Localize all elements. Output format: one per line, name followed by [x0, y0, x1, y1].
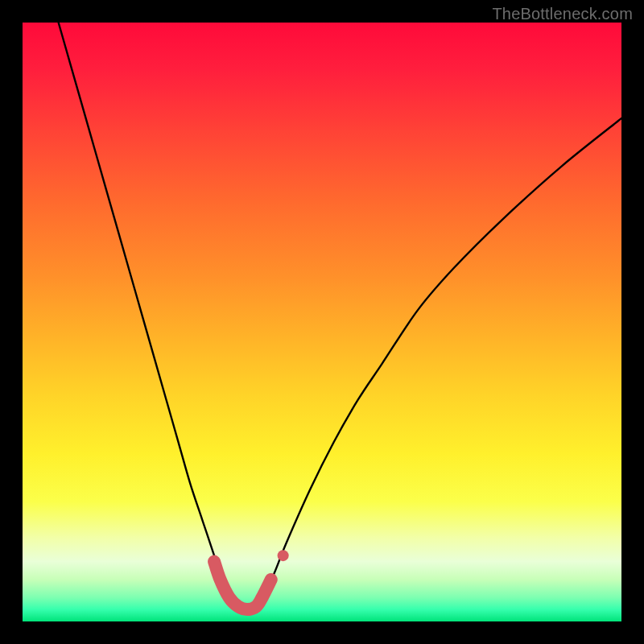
optimal-range-highlight: [214, 562, 271, 610]
bottleneck-curve: [59, 23, 621, 611]
curve-svg: [23, 23, 621, 621]
chart-frame: TheBottleneck.com: [0, 0, 644, 644]
plot-area: [23, 23, 621, 621]
watermark-text: TheBottleneck.com: [492, 5, 633, 23]
highlight-dot: [278, 550, 289, 561]
